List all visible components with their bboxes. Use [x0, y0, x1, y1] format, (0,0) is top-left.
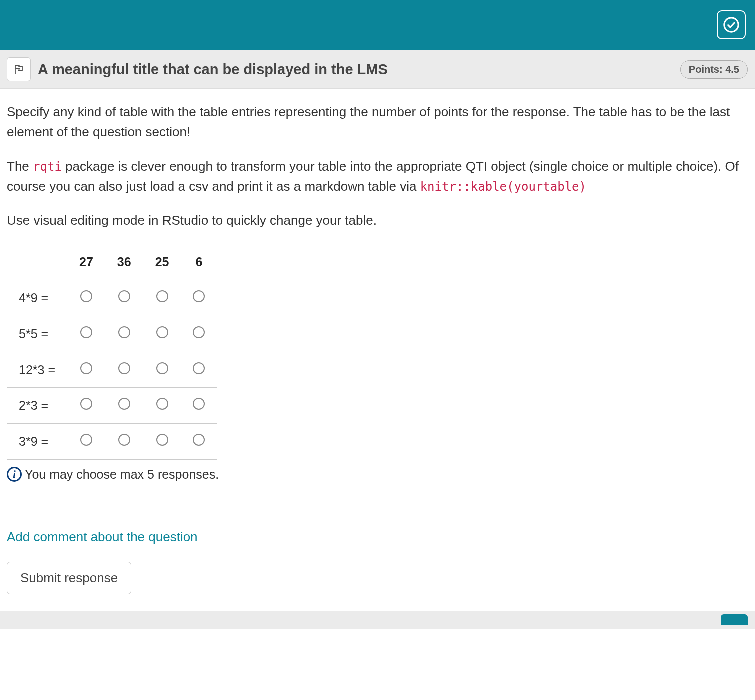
table-row: 3*9 = [7, 424, 217, 460]
col-header: 27 [68, 244, 106, 280]
row-label: 4*9 = [7, 280, 68, 316]
radio-cell [106, 424, 144, 460]
code-kable: knitr::kable(yourtable) [420, 180, 586, 194]
table-row: 5*5 = [7, 316, 217, 352]
radio-cell [106, 388, 144, 424]
radio-option[interactable] [118, 398, 130, 410]
radio-cell [144, 352, 182, 388]
match-table: 27 36 25 6 4*9 =5*5 =12*3 =2*3 =3*9 = [7, 244, 217, 460]
paragraph-2: The rqti package is clever enough to tra… [7, 156, 748, 197]
info-text: You may choose max 5 responses. [25, 465, 219, 484]
question-title: A meaningful title that can be displayed… [38, 62, 674, 78]
top-bar [0, 0, 755, 50]
radio-cell [68, 388, 106, 424]
code-rqti: rqti [33, 160, 62, 174]
radio-option[interactable] [156, 326, 168, 338]
question-header: A meaningful title that can be displayed… [0, 50, 755, 89]
radio-option[interactable] [193, 290, 205, 302]
radio-cell [68, 424, 106, 460]
paragraph-1: Specify any kind of table with the table… [7, 102, 748, 142]
radio-option[interactable] [193, 326, 205, 338]
table-row: 4*9 = [7, 280, 217, 316]
radio-cell [68, 316, 106, 352]
col-header: 25 [144, 244, 182, 280]
radio-option[interactable] [80, 434, 92, 446]
radio-cell [106, 280, 144, 316]
paragraph-3: Use visual editing mode in RStudio to qu… [7, 210, 748, 230]
radio-cell [144, 280, 182, 316]
info-icon: i [7, 467, 22, 482]
radio-option[interactable] [193, 434, 205, 446]
svg-point-0 [724, 18, 738, 32]
col-header: 6 [181, 244, 217, 280]
radio-option[interactable] [80, 326, 92, 338]
col-header-blank [7, 244, 68, 280]
radio-cell [106, 352, 144, 388]
radio-cell [181, 316, 217, 352]
flag-icon [13, 64, 25, 76]
col-header: 36 [106, 244, 144, 280]
radio-option[interactable] [156, 434, 168, 446]
row-label: 3*9 = [7, 424, 68, 460]
radio-option[interactable] [80, 362, 92, 374]
question-body: Specify any kind of table with the table… [0, 89, 755, 494]
confirm-button[interactable] [717, 10, 746, 40]
radio-cell [68, 352, 106, 388]
radio-option[interactable] [118, 362, 130, 374]
check-circle-icon [723, 16, 740, 34]
radio-cell [181, 388, 217, 424]
radio-cell [181, 280, 217, 316]
add-comment-link[interactable]: Add comment about the question [7, 530, 198, 545]
submit-button[interactable]: Submit response [7, 562, 132, 594]
radio-cell [68, 280, 106, 316]
radio-cell [181, 352, 217, 388]
radio-cell [144, 316, 182, 352]
table-row: 2*3 = [7, 388, 217, 424]
radio-option[interactable] [118, 326, 130, 338]
radio-option[interactable] [156, 398, 168, 410]
row-label: 12*3 = [7, 352, 68, 388]
radio-cell [106, 316, 144, 352]
table-row: 12*3 = [7, 352, 217, 388]
radio-option[interactable] [193, 398, 205, 410]
radio-option[interactable] [80, 398, 92, 410]
flag-button[interactable] [7, 58, 31, 82]
radio-option[interactable] [80, 290, 92, 302]
radio-cell [144, 388, 182, 424]
points-badge: Points: 4.5 [680, 60, 748, 79]
info-row: i You may choose max 5 responses. [7, 465, 748, 484]
radio-cell [144, 424, 182, 460]
footer-bar [0, 612, 755, 630]
radio-option[interactable] [118, 434, 130, 446]
radio-option[interactable] [156, 290, 168, 302]
radio-option[interactable] [193, 362, 205, 374]
radio-option[interactable] [156, 362, 168, 374]
radio-option[interactable] [118, 290, 130, 302]
radio-cell [181, 424, 217, 460]
row-label: 2*3 = [7, 388, 68, 424]
row-label: 5*5 = [7, 316, 68, 352]
footer-pill[interactable] [721, 614, 748, 626]
